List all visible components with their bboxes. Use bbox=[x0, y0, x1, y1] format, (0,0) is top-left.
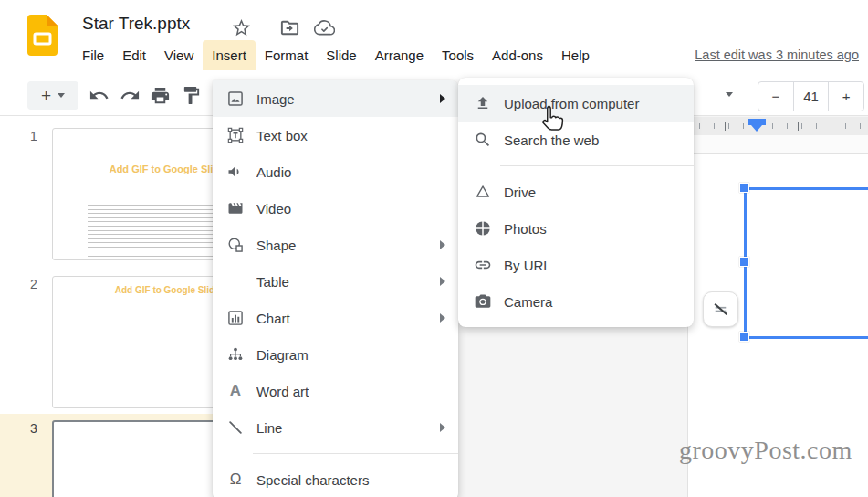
document-title[interactable]: Star Trek.pptx bbox=[82, 14, 190, 34]
textbox-icon bbox=[226, 126, 245, 144]
menu-item-label: Word art bbox=[256, 384, 458, 399]
menu-item-label: Special characters bbox=[256, 472, 458, 488]
menu-item-label: Table bbox=[256, 274, 440, 290]
menu-item-audio[interactable]: Audio bbox=[213, 153, 458, 190]
slides-logo-icon[interactable] bbox=[27, 15, 58, 56]
watermark: groovyPost.com bbox=[679, 436, 852, 465]
new-slide-button[interactable]: + bbox=[27, 81, 78, 110]
menu-item-shape[interactable]: Shape bbox=[213, 227, 458, 263]
last-edit-link[interactable]: Last edit was 3 minutes ago bbox=[695, 48, 859, 62]
menu-slide[interactable]: Slide bbox=[317, 40, 365, 70]
menu-item-text-box[interactable]: Text box bbox=[213, 117, 458, 153]
menu-help[interactable]: Help bbox=[552, 40, 599, 70]
omega-icon: Ω bbox=[226, 471, 245, 489]
shape-icon bbox=[226, 236, 245, 254]
menu-addons[interactable]: Add-ons bbox=[483, 40, 552, 70]
submenu-item-photos[interactable]: Photos bbox=[458, 210, 694, 247]
hand-cursor bbox=[537, 104, 566, 139]
cloud-saved-icon[interactable] bbox=[314, 17, 335, 38]
slide-number: 1 bbox=[26, 129, 42, 143]
menu-edit[interactable]: Edit bbox=[113, 40, 155, 70]
search-icon bbox=[474, 131, 492, 149]
submenu-arrow-icon bbox=[440, 313, 445, 323]
menu-item-chart[interactable]: Chart bbox=[213, 300, 458, 336]
menu-item-label: Line bbox=[256, 420, 440, 436]
submenu-item-label: Photos bbox=[504, 221, 694, 237]
insert-menu: Image Text box Aud bbox=[213, 80, 458, 497]
zoom-value[interactable]: 41 bbox=[793, 82, 830, 111]
submenu-item-upload-from-computer[interactable]: Upload from computer bbox=[458, 85, 694, 122]
menu-item-label: Diagram bbox=[256, 347, 458, 363]
submenu-item-label: Search the web bbox=[504, 132, 694, 148]
menu-item-diagram[interactable]: Diagram bbox=[213, 336, 458, 373]
toolbar-overflow-caret[interactable] bbox=[726, 92, 733, 97]
ruler-indent-marker[interactable] bbox=[748, 119, 766, 125]
submenu-item-search-the-web[interactable]: Search the web bbox=[458, 122, 694, 158]
star-icon[interactable] bbox=[231, 17, 252, 38]
photos-icon bbox=[474, 219, 492, 238]
google-slides-app: Star Trek.pptx File Edit View Insert For… bbox=[0, 0, 868, 497]
menu-item-video[interactable]: Video bbox=[213, 190, 458, 227]
upload-icon bbox=[474, 94, 492, 112]
submenu-item-by-url[interactable]: By URL bbox=[458, 247, 694, 283]
menu-format[interactable]: Format bbox=[256, 40, 318, 70]
line-strike-icon bbox=[711, 300, 730, 319]
line-icon bbox=[226, 418, 245, 437]
menu-item-label: Video bbox=[256, 201, 458, 217]
submenu-item-label: By URL bbox=[504, 258, 694, 273]
zoom-in-button[interactable]: + bbox=[829, 82, 863, 111]
menu-item-label: Text box bbox=[256, 128, 458, 143]
submenu-arrow-icon bbox=[440, 240, 445, 249]
camera-icon bbox=[474, 292, 492, 311]
chart-icon bbox=[226, 309, 245, 327]
selection-handle-mid-left[interactable] bbox=[739, 257, 749, 267]
audio-icon bbox=[226, 163, 245, 181]
top-bar: Star Trek.pptx File Edit View Insert For… bbox=[0, 0, 868, 76]
menu-item-special-characters[interactable]: Ω Special characters bbox=[213, 461, 458, 497]
menu-item-label: Audio bbox=[256, 164, 458, 180]
submenu-item-camera[interactable]: Camera bbox=[458, 283, 694, 320]
undo-button[interactable] bbox=[89, 85, 110, 106]
slide-number: 3 bbox=[26, 421, 42, 436]
paint-format-button[interactable] bbox=[181, 85, 202, 106]
submenu-item-drive[interactable]: Drive bbox=[458, 174, 694, 210]
line-strike-floating-button[interactable] bbox=[703, 291, 738, 327]
new-slide-caret-icon bbox=[58, 93, 65, 98]
menu-item-line[interactable]: Line bbox=[213, 409, 458, 446]
submenu-arrow-icon bbox=[440, 94, 445, 103]
menu-item-image[interactable]: Image bbox=[213, 80, 458, 117]
redo-button[interactable] bbox=[120, 85, 141, 106]
submenu-item-label: Drive bbox=[504, 185, 694, 200]
selection-handle-top-left[interactable] bbox=[739, 183, 749, 193]
submenu-item-label: Camera bbox=[504, 294, 694, 310]
ruler-indent-triangle[interactable] bbox=[751, 125, 762, 132]
menu-file[interactable]: File bbox=[73, 40, 113, 70]
menu-view[interactable]: View bbox=[155, 40, 203, 70]
submenu-separator bbox=[500, 165, 694, 166]
submenu-arrow-icon bbox=[440, 423, 445, 432]
drive-icon bbox=[474, 183, 492, 201]
menu-item-label: Shape bbox=[256, 238, 440, 253]
menu-item-label: Image bbox=[256, 91, 440, 107]
plus-icon: + bbox=[41, 87, 51, 104]
image-icon bbox=[226, 90, 245, 108]
video-icon bbox=[226, 199, 245, 217]
menu-item-word-art[interactable]: A Word art bbox=[213, 373, 458, 409]
menu-arrange[interactable]: Arrange bbox=[366, 40, 433, 70]
menu-separator bbox=[253, 453, 458, 454]
submenu-item-label: Upload from computer bbox=[504, 96, 694, 111]
diagram-icon bbox=[226, 345, 245, 364]
zoom-stepper: − 41 + bbox=[758, 81, 864, 111]
move-to-folder-icon[interactable] bbox=[279, 17, 300, 38]
menu-bar: File Edit View Insert Format Slide Arran… bbox=[73, 40, 599, 70]
selected-element-outline[interactable] bbox=[744, 187, 868, 339]
zoom-out-button[interactable]: − bbox=[758, 82, 793, 111]
slide-number: 2 bbox=[26, 277, 42, 291]
link-icon bbox=[474, 256, 492, 274]
menu-item-table[interactable]: Table bbox=[213, 263, 458, 300]
menu-tools[interactable]: Tools bbox=[433, 40, 483, 70]
image-submenu: Upload from computer Search the web Driv… bbox=[458, 78, 694, 327]
menu-insert[interactable]: Insert bbox=[203, 40, 256, 70]
selection-handle-bottom-left[interactable] bbox=[739, 332, 749, 342]
print-button[interactable] bbox=[150, 85, 171, 106]
